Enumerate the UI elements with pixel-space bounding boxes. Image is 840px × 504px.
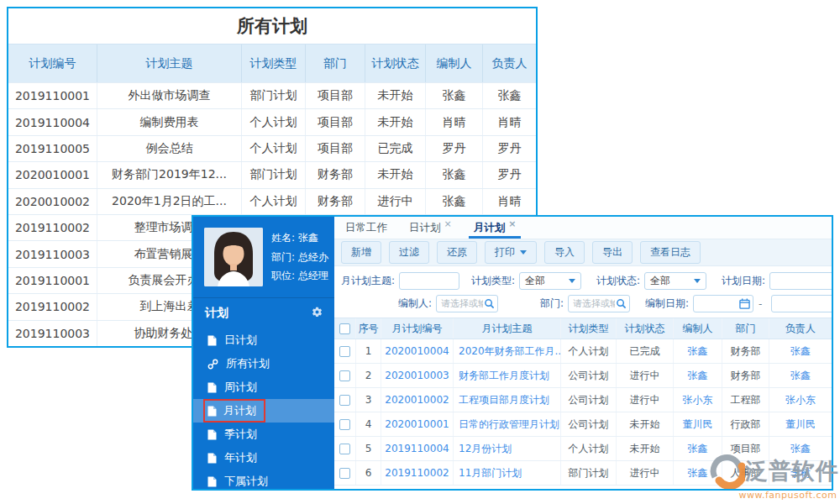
tab-month-plan[interactable]: 月计划×: [474, 217, 517, 239]
cell-compiler-link[interactable]: 张小东: [674, 388, 722, 412]
tab-daily-work[interactable]: 日常工作: [345, 217, 387, 239]
column-header: 月计划主题: [454, 318, 561, 339]
column-header: 部门: [306, 45, 365, 82]
checkbox-cell: [334, 339, 356, 363]
sidebar-item-week-plan[interactable]: 周计划: [193, 375, 334, 399]
cell-plan-subject-link[interactable]: 12月份计划: [454, 437, 561, 460]
cell-owner-link[interactable]: 董川民: [769, 412, 832, 436]
cell-owner-link[interactable]: 张小东: [769, 388, 832, 412]
cell-compiler-link[interactable]: 张鑫: [674, 364, 722, 387]
gear-icon[interactable]: [312, 307, 323, 320]
sidebar-item-quarter-plan[interactable]: 季计划: [193, 423, 334, 446]
status-label: 计划状态:: [596, 274, 640, 288]
cell-plan-type: 公司计划: [561, 388, 617, 412]
select-all-checkbox[interactable]: [339, 323, 350, 334]
cell-plan-no-link[interactable]: 2020010001: [381, 412, 454, 436]
cell-owner: 罗丹: [483, 136, 536, 161]
cell-compiler: 张鑫: [426, 83, 483, 108]
type-select[interactable]: 全部: [519, 272, 581, 290]
import-button[interactable]: 导入: [544, 241, 585, 264]
cell-plan-no: 2019110003: [8, 321, 97, 346]
export-button[interactable]: 导出: [592, 241, 633, 264]
table-row: 2020010002 2020年1月2日的工... 个人计划 财务部 进行中 张…: [8, 188, 536, 214]
compile-date-from[interactable]: [693, 295, 753, 312]
cell-department: 项目部: [306, 109, 365, 134]
calendar-icon: [739, 298, 750, 309]
sidebar-item-day-plan[interactable]: 日计划: [193, 328, 334, 352]
filter-button[interactable]: 过滤: [389, 241, 429, 264]
cell-status: 进行中: [365, 189, 426, 214]
row-checkbox[interactable]: [339, 346, 350, 357]
dept-search[interactable]: [568, 295, 630, 312]
print-button[interactable]: 打印: [485, 241, 537, 264]
toolbar: 新增 过滤 还原 打印 导入 导出 查看日志: [334, 239, 832, 266]
cell-owner-link[interactable]: 张鑫: [769, 339, 832, 363]
cell-compiler: 肖晴: [426, 109, 483, 134]
compile-date-to[interactable]: [771, 295, 832, 312]
month-plan-header-row: 序号 月计划编号 月计划主题 计划类型 计划状态 编制人 部门 负责人: [334, 318, 832, 339]
cell-plan-type: 部门计划: [561, 461, 617, 485]
select-all-checkbox-cell: [334, 318, 356, 339]
sidebar-menu: 日计划 所有计划 周计划 月计划 季计划 年计: [193, 328, 334, 493]
cell-plan-type: 个人计划: [561, 437, 617, 460]
row-checkbox[interactable]: [339, 419, 350, 430]
content-area: 日常工作 日计划× 月计划× 新增 过滤 还原 打印 导入 导出 查看日志 月计…: [334, 217, 832, 489]
cell-department: 财务部: [306, 162, 365, 187]
cell-owner-link[interactable]: 张鑫: [769, 364, 832, 387]
cell-plan-no-link[interactable]: 2019110002: [381, 461, 454, 485]
add-button[interactable]: 新增: [341, 241, 381, 264]
cell-plan-no-link[interactable]: 2020010002: [381, 388, 454, 412]
cell-plan-no-link[interactable]: 2020010004: [381, 339, 454, 363]
table-row: 3 2020010002 工程项目部月度计划 公司计划 进行中 张小东 工程部 …: [334, 388, 832, 412]
column-header: 计划类型: [242, 45, 306, 82]
red-annotation-box: 月计划: [205, 401, 264, 421]
cell-status: 未开始: [617, 437, 674, 460]
subject-label: 月计划主题:: [338, 274, 395, 288]
type-label: 计划类型:: [471, 274, 515, 288]
tab-day-plan[interactable]: 日计划×: [409, 217, 452, 239]
sidebar-item-year-plan[interactable]: 年计划: [193, 446, 334, 470]
cell-compiler: 罗丹: [426, 136, 483, 161]
cell-plan-subject-link[interactable]: 财务部工作月度计划: [454, 364, 561, 387]
status-select[interactable]: 全部: [644, 272, 706, 290]
cell-compiler-link[interactable]: 董川民: [674, 412, 722, 436]
cell-seq: 1: [356, 339, 381, 363]
plan-date-input[interactable]: [769, 272, 832, 290]
sidebar-item-subordinate-plan[interactable]: 下属计划: [193, 470, 334, 493]
cell-plan-subject-link[interactable]: 工程项目部月度计划: [454, 388, 561, 412]
view-log-button[interactable]: 查看日志: [640, 241, 701, 264]
column-header: 计划状态: [365, 45, 426, 82]
compiler-search[interactable]: [436, 295, 498, 312]
row-checkbox[interactable]: [339, 468, 350, 479]
table-row: 2 2020010003 财务部工作月度计划 公司计划 进行中 张鑫 财务部 张…: [334, 364, 832, 388]
table-row: 2019110001 外出做市场调查 部门计划 项目部 未开始 张鑫 张鑫: [8, 82, 536, 108]
subject-input[interactable]: [399, 272, 459, 290]
cell-plan-no-link[interactable]: 2019110004: [381, 437, 454, 460]
cell-plan-subject-link[interactable]: 2020年财务部工作月...: [454, 339, 561, 363]
column-header: 负责人: [483, 45, 536, 82]
cell-seq: 6: [356, 461, 381, 485]
cell-plan-no: 2019110003: [8, 241, 97, 266]
cell-department: 项目部: [306, 83, 365, 108]
restore-button[interactable]: 还原: [437, 241, 477, 264]
month-plan-window: 姓名: 张鑫 部门: 总经办 职位: 总经理 计划 日计划 所有计划 周计划: [192, 215, 833, 491]
sidebar-item-all-plans[interactable]: 所有计划: [193, 352, 334, 375]
row-checkbox[interactable]: [339, 444, 350, 454]
close-icon[interactable]: ×: [508, 218, 516, 229]
cell-plan-subject: 财务部门2019年12...: [97, 162, 242, 187]
sidebar-item-month-plan[interactable]: 月计划: [193, 399, 334, 423]
cell-plan-subject: 2020年1月2日的工...: [97, 189, 242, 214]
cell-seq: 4: [356, 412, 381, 436]
cell-plan-no-link[interactable]: 2020010003: [381, 364, 454, 387]
column-header: 编制人: [426, 45, 483, 82]
cell-plan-type: 个人计划: [242, 109, 306, 134]
cell-owner: 肖晴: [483, 189, 536, 214]
close-icon[interactable]: ×: [444, 218, 452, 229]
profile-post: 职位: 总经理: [271, 269, 328, 283]
column-header: 序号: [356, 318, 381, 339]
cell-compiler-link[interactable]: 张鑫: [674, 339, 722, 363]
cell-plan-subject-link[interactable]: 11月部门计划: [454, 461, 561, 485]
cell-plan-subject-link[interactable]: 日常的行政管理月计划: [454, 412, 561, 436]
row-checkbox[interactable]: [339, 370, 350, 381]
row-checkbox[interactable]: [339, 395, 350, 406]
